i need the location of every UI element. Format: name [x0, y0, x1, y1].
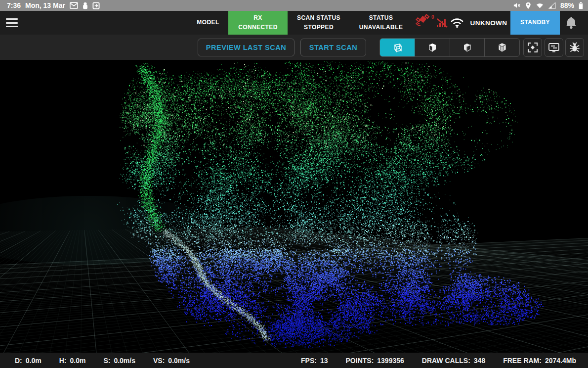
device-status-block: STATUS UNAVAILABLE: [350, 11, 412, 35]
wifi-icon: [536, 2, 544, 9]
no-signal-icon: [436, 17, 449, 31]
draw-calls-readout: DRAW CALLS:348: [422, 357, 485, 365]
rx-status-chip[interactable]: RX CONNECTED: [228, 11, 288, 35]
height-readout: H:0.0m: [59, 357, 86, 365]
preview-last-scan-button[interactable]: PREVIEW LAST SCAN: [198, 39, 294, 56]
location-icon: [525, 2, 531, 9]
model-label: MODEL: [184, 11, 232, 35]
scan-status-label: SCAN STATUS: [297, 13, 340, 23]
telemetry-status-bar: D:0.0m H:0.0m S:0.0m/s VS:0.0m/s FPS:13 …: [0, 353, 588, 368]
hovermap-wifi-icon: [450, 17, 464, 31]
device-status-label: STATUS: [369, 13, 393, 23]
render-stats-group: FPS:13 POINTS:1399356 DRAW CALLS:348 FRE…: [301, 357, 576, 365]
cube-wireframe-icon[interactable]: [380, 39, 415, 56]
android-status-bar: 7:36 Mon, 13 Mar: [0, 0, 588, 11]
speed-readout: S:0.0m/s: [103, 357, 135, 365]
lock-icon: [83, 2, 88, 9]
screenshot-icon: [92, 2, 100, 9]
rx-status-value: CONNECTED: [238, 23, 278, 32]
gps-satellite-count: 0: [431, 14, 434, 20]
scan-toolbar: PREVIEW LAST SCAN START SCAN: [0, 35, 588, 60]
debug-bug-icon[interactable]: [565, 38, 584, 57]
app-root: 7:36 Mon, 13 Mar: [0, 0, 588, 368]
render-mode-group: [379, 38, 520, 57]
battery-icon: [579, 2, 583, 9]
rx-status-label: RX: [253, 13, 262, 23]
vertical-speed-readout: VS:0.0m/s: [153, 357, 190, 365]
date: Mon, 13 Mar: [25, 1, 65, 9]
points-readout: POINTS:1399356: [346, 357, 404, 365]
app-header-bar: MODEL RX CONNECTED SCAN STATUS STOPPED S…: [0, 11, 588, 35]
clock: 7:36: [7, 1, 21, 9]
device-status-value: UNAVAILABLE: [359, 23, 403, 32]
cube-solid-icon[interactable]: [415, 39, 450, 56]
scan-status-block: SCAN STATUS STOPPED: [289, 11, 348, 35]
pointcloud-viewport[interactable]: [0, 60, 588, 353]
volume-muted-icon: [513, 2, 521, 9]
distance-readout: D:0.0m: [15, 357, 42, 365]
start-scan-button[interactable]: START SCAN: [300, 39, 366, 56]
pointcloud-canvas[interactable]: [0, 60, 588, 353]
battery-percent: 88%: [560, 1, 574, 9]
cube-textured-icon[interactable]: [485, 39, 519, 56]
telemetry-group: D:0.0m H:0.0m S:0.0m/s VS:0.0m/s: [15, 357, 190, 365]
standby-mode-button[interactable]: STANDBY: [510, 11, 560, 35]
fps-readout: FPS:13: [301, 357, 328, 365]
menu-icon[interactable]: [6, 17, 18, 28]
console-icon[interactable]: [545, 38, 563, 57]
center-view-icon[interactable]: [523, 38, 542, 57]
gps-satellite-icon: [415, 23, 430, 31]
free-ram-readout: FREE RAM:2074.4Mb: [503, 357, 576, 365]
gmail-icon: [70, 2, 78, 9]
scan-status-value: STOPPED: [304, 23, 334, 32]
notifications-bell-icon[interactable]: [565, 16, 580, 31]
cube-shaded-icon[interactable]: [450, 39, 485, 56]
connection-state-label: UNKNOWN: [467, 11, 510, 35]
cellular-signal-icon: [548, 2, 556, 9]
gps-alert-group: 0: [415, 14, 453, 32]
